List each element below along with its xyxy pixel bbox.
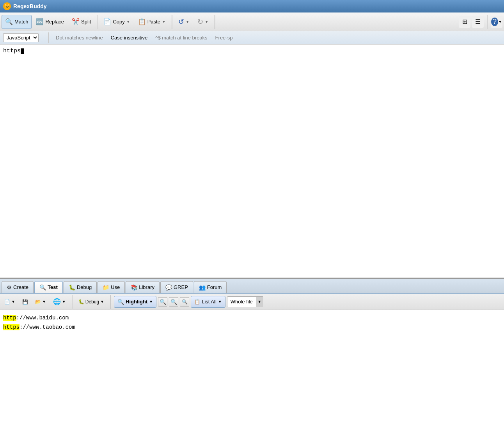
test-tab-icon: 🔍 [39,284,46,291]
dot-matches-newline-option[interactable]: Dot matches newline [52,34,107,41]
save-icon: 💾 [22,299,28,305]
redo-button[interactable]: ↻ ▼ [194,15,212,29]
bottom-separator-1 [72,295,73,309]
forum-tab-icon: 👥 [199,284,206,291]
text-cursor [21,48,24,54]
help-icon: ? [491,18,498,26]
copy-button[interactable]: 📄 Copy ▼ [100,15,133,29]
open-button[interactable]: 📂 ▼ [32,296,49,308]
tab-test[interactable]: 🔍 Test [34,281,63,293]
bottom-toolbar: 📄 ▼ 💾 📂 ▼ 🌐 ▼ 🐛 Debug ▼ 🔍 [0,294,504,310]
match-button[interactable]: 🔍 Match [2,15,32,29]
test-line-2: https://www.taobao.com [3,323,501,332]
match-highlight-1: http [3,315,16,321]
zoom-in-button[interactable]: 🔍 [169,297,178,307]
highlight-button[interactable]: 🔍 Highlight ▼ [114,296,156,308]
search-button[interactable]: 🔍 [180,297,189,307]
refresh-icon: 🌐 [53,298,61,305]
copy-icon: 📄 [103,18,111,25]
debug-button[interactable]: 🐛 Debug ▼ [76,296,107,308]
list-button[interactable]: ☰ [472,16,484,28]
tab-bar: ⚙ Create 🔍 Test 🐛 Debug 📁 Use 📚 Library … [0,279,504,294]
whole-file-wrapper: Whole file ▼ [227,296,263,307]
tab-grep-label: GREP [174,284,188,290]
test-content-area[interactable]: http://www.baidu.com https://www.taobao.… [0,310,504,442]
debug-icon: 🐛 [78,299,84,305]
title-bar: 😺 RegexBuddy [0,0,504,12]
grid-button[interactable]: ⊞ [459,16,470,28]
tab-use-label: Use [111,284,120,290]
bottom-separator-2 [110,295,111,309]
undo-dropdown-arrow: ▼ [186,20,190,24]
redo-dropdown-arrow: ▼ [205,20,209,24]
tab-use[interactable]: 📁 Use [98,281,125,293]
replace-icon: 🔤 [36,18,44,25]
replace-button[interactable]: 🔤 Replace [32,15,67,29]
undo-icon: ↺ [178,18,184,26]
open-icon: 📂 [35,299,41,305]
toolbar-separator-1 [97,15,98,29]
app-icon: 😺 [3,2,11,10]
grep-tab-icon: 💬 [165,284,172,291]
tab-create[interactable]: ⚙ Create [2,281,34,293]
highlight-icon: 🔍 [117,299,124,305]
language-select[interactable]: JavaScript Python Java C# PHP [3,33,39,42]
zoom-out-icon: 🔍 [160,299,166,305]
grid-icon: ⊞ [462,18,467,25]
case-insensitive-option[interactable]: Case insensitive [107,34,152,41]
paste-dropdown-arrow: ▼ [162,20,166,24]
library-tab-icon: 📚 [131,284,137,291]
open-dropdown: ▼ [42,299,46,304]
split-button[interactable]: ✂️ Split [68,15,94,29]
right-toolbar: ⊞ ☰ ? ▼ [459,15,502,29]
tab-create-label: Create [13,284,28,290]
redo-icon: ↻ [197,18,203,26]
tab-forum[interactable]: 👥 Forum [194,281,227,293]
tab-debug-label: Debug [77,284,92,290]
save-button[interactable]: 💾 [20,296,31,308]
options-separator-1 [48,32,49,43]
refresh-button[interactable]: 🌐 ▼ [50,296,69,308]
tab-test-label: Test [48,284,58,290]
options-bar: JavaScript Python Java C# PHP Dot matche… [0,31,504,45]
paste-button[interactable]: 📋 Paste ▼ [135,15,169,29]
create-tab-icon: ⚙ [7,284,12,291]
free-spacing-option[interactable]: Free-sp [211,34,237,41]
new-file-button[interactable]: 📄 ▼ [2,296,18,308]
highlight-dropdown: ▼ [149,299,153,304]
regex-editor[interactable]: https [0,45,504,279]
list-all-dropdown: ▼ [218,299,222,304]
toolbar-separator-3 [215,15,215,29]
undo-button[interactable]: ↺ ▼ [175,15,193,29]
tab-debug[interactable]: 🐛 Debug [64,281,97,293]
match-icon: 🔍 [5,18,13,25]
toolbar-separator-4 [487,15,488,29]
regex-content: https [3,48,21,54]
match-highlight-2: https [3,324,20,330]
tab-forum-label: Forum [207,284,222,290]
tab-library[interactable]: 📚 Library [126,281,160,293]
debug-dropdown: ▼ [100,299,104,304]
use-tab-icon: 📁 [103,284,109,291]
toolbar-separator-2 [172,15,172,29]
new-file-icon: 📄 [4,299,10,305]
search-icon: 🔍 [182,299,188,305]
whole-file-label: Whole file [227,299,256,305]
tab-library-label: Library [139,284,154,290]
help-dropdown-arrow: ▼ [498,20,502,24]
paste-icon: 📋 [138,18,146,25]
debug-tab-icon: 🐛 [69,284,75,291]
list-all-icon: 📋 [194,299,200,305]
language-selector-wrapper: JavaScript Python Java C# PHP [3,33,39,42]
line-breaks-option[interactable]: ^$ match at line breaks [151,34,211,41]
tab-grep[interactable]: 💬 GREP [160,281,193,293]
help-button[interactable]: ? ▼ [491,16,502,28]
app-title: RegexBuddy [13,3,47,9]
refresh-dropdown: ▼ [62,299,66,304]
bottom-panel: ⚙ Create 🔍 Test 🐛 Debug 📁 Use 📚 Library … [0,279,504,442]
new-file-dropdown: ▼ [11,299,15,304]
test-line-1: http://www.baidu.com [3,313,501,323]
zoom-out-button[interactable]: 🔍 [158,297,167,307]
list-all-button[interactable]: 📋 List All ▼ [191,296,225,308]
whole-file-dropdown-arrow[interactable]: ▼ [256,297,263,307]
